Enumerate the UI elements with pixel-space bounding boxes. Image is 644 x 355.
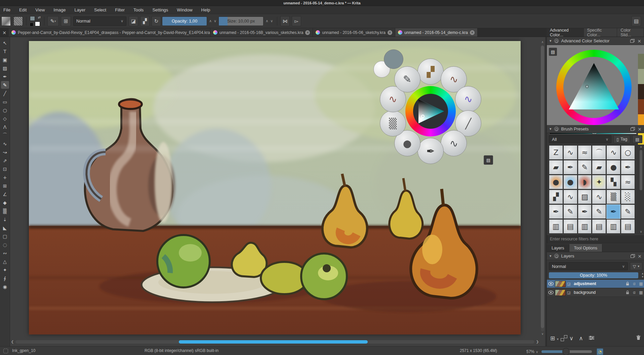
color-history-swatch-1[interactable] (638, 54, 644, 69)
brush-preset-cell-13[interactable]: ● (549, 175, 563, 189)
brush-preset-cell-12[interactable]: ✒ (621, 160, 635, 174)
brush-presets-header[interactable]: ▾ Brush Presets × (547, 125, 644, 133)
zoom-slider[interactable] (541, 350, 592, 353)
mirror-vertical-button[interactable]: ▻ (292, 16, 301, 26)
palette-color-marker[interactable] (421, 115, 425, 118)
dock-tab-color-sliders[interactable]: Color Slid... (617, 28, 644, 37)
zoom-dropdown-icon[interactable]: ∨ (536, 350, 538, 354)
layer-inherit-alpha-icon[interactable]: ▦ (638, 281, 644, 286)
menu-select[interactable]: Select (94, 7, 106, 12)
brush-preset-cell-19[interactable]: ▞ (549, 190, 563, 204)
blend-mode-combo[interactable]: Normal∨ (73, 16, 126, 26)
brush-presets-button[interactable]: ⊞ (61, 16, 71, 26)
layer-filter-button[interactable]: ▽ ▾ (630, 262, 642, 270)
tool-freehand-brush-icon[interactable]: ✎ (1, 81, 9, 89)
brush-preset-cell-10[interactable]: ▰ (592, 160, 606, 174)
color-history-swatch-2[interactable] (638, 69, 644, 84)
brush-preset-cell-5[interactable]: ∿ (606, 145, 620, 160)
brush-preset-cell-14[interactable]: ● (563, 175, 577, 189)
delete-layer-button[interactable] (636, 335, 641, 342)
acs-settings-button[interactable]: ▤ (549, 48, 557, 56)
size-slider[interactable]: Size: 10,00 px (218, 16, 264, 26)
document-tab-2[interactable]: unnamed - 2016-05-16B_various_sketches.k… (210, 28, 313, 37)
scroll-up-icon[interactable]: ∧ (540, 40, 545, 44)
tool-ellipse-icon[interactable]: ○ (1, 106, 9, 114)
collapse-icon[interactable]: ▾ (550, 39, 552, 43)
layer-blend-mode-combo[interactable]: Normal∨ (549, 262, 628, 270)
layer-row-adjustment[interactable]: ◲ adjustment α ▦ (547, 280, 644, 288)
menu-settings[interactable]: Settings (152, 7, 168, 12)
size-spinners[interactable]: ∧∨ (266, 19, 273, 23)
brush-preset-cell-15[interactable]: ◗ (578, 175, 592, 189)
vertical-scrollbar[interactable]: ∧ ∨ (540, 40, 545, 336)
close-docker-icon[interactable]: × (638, 253, 642, 259)
brush-preset-cell-28[interactable]: ✎ (592, 204, 606, 219)
foreground-background-colors[interactable]: ⇄ (30, 16, 41, 26)
menu-layer[interactable]: Layer (74, 7, 85, 12)
layer-properties-button[interactable] (589, 335, 595, 342)
palette-sv-triangle[interactable] (413, 94, 448, 129)
reload-preset-button[interactable]: ↻ (152, 16, 161, 26)
palette-tag-menu-button[interactable]: ▤ (484, 155, 493, 165)
move-layer-down-button[interactable]: ∨ (569, 335, 573, 342)
palette-triangle-area[interactable] (413, 94, 448, 129)
brush-preset-cell-9[interactable]: ✎ (578, 160, 592, 174)
brush-preset-cell-17[interactable]: ▚ (606, 175, 620, 189)
mirror-horizontal-button[interactable]: ⋈ (280, 16, 290, 26)
menu-file[interactable]: File (3, 7, 10, 12)
brush-preset-cell-3[interactable]: ≈ (578, 145, 592, 160)
layer-inherit-alpha-icon[interactable]: ▦ (638, 290, 644, 295)
layer-thumbnail[interactable] (555, 281, 566, 287)
palette-brush-preset-5[interactable]: ∿ (441, 130, 467, 156)
tool-pattern-edit-icon[interactable]: ▨ (1, 64, 9, 72)
resource-filter-input[interactable] (547, 235, 644, 243)
canvas-viewport[interactable]: ▤ ▞∿∿╱∿✒●▒∿✎ ❮ ❯ ∧ ∨ (10, 37, 545, 346)
tool-assistants-icon[interactable]: ◣ (1, 224, 9, 232)
layer-alpha-lock-icon[interactable]: α (631, 290, 638, 295)
pattern-chooser[interactable] (13, 16, 23, 26)
menu-edit[interactable]: Edit (19, 7, 27, 12)
brush-preset-cell-16[interactable]: ✦ (592, 175, 606, 189)
palette-current-color[interactable] (384, 49, 403, 69)
advanced-color-selector-body[interactable]: ▤ (547, 45, 644, 125)
tag-button[interactable]: ▯ Tag (613, 135, 630, 143)
tool-text-icon[interactable]: T (1, 47, 9, 55)
vscroll-thumb[interactable] (541, 46, 544, 328)
menu-help[interactable]: Help (201, 7, 210, 12)
zoom-value[interactable]: 57% (526, 349, 534, 354)
palette-brush-preset-1[interactable]: ▞ (417, 58, 444, 85)
workspace-chooser-button[interactable]: ▤ (632, 16, 641, 26)
tool-select-bezier-icon[interactable]: ∮ (1, 274, 9, 282)
tool-select-shapes-icon[interactable]: ↖ (1, 39, 9, 47)
layer-name[interactable]: background (572, 290, 624, 295)
tool-multibrush-icon[interactable]: ⇗ (1, 157, 9, 164)
menu-filter[interactable]: Filter (115, 7, 125, 12)
brush-preset-cell-32[interactable]: ▤ (563, 219, 577, 233)
brush-preset-cell-1[interactable]: Z (549, 145, 563, 160)
brush-preset-cell-2[interactable]: ∿ (563, 145, 577, 160)
layer-name[interactable]: adjustment (572, 281, 624, 286)
advanced-color-selector-header[interactable]: ▾ Advanced Color Selector × (547, 37, 644, 45)
layer-lock-icon[interactable] (624, 290, 631, 294)
palette-brush-preset-6[interactable]: ✒ (417, 138, 444, 164)
popup-palette[interactable]: ▤ ▞∿∿╱∿✒●▒∿✎ (367, 47, 498, 179)
eraser-mode-button[interactable]: ◪ (129, 16, 138, 26)
bp-scroll-thumb[interactable] (640, 150, 642, 190)
float-docker-icon[interactable] (630, 39, 635, 43)
scroll-up-icon[interactable]: ∧ (639, 145, 643, 149)
brush-preset-cell-11[interactable]: ● (606, 160, 620, 174)
lock-docker-icon[interactable] (554, 127, 559, 131)
brush-preset-cell-33[interactable]: ▥ (578, 219, 592, 233)
tool-gradient-icon[interactable]: ▒ (1, 207, 9, 215)
float-docker-icon[interactable] (631, 254, 635, 258)
layers-docker-header[interactable]: ▾ Layers × (547, 252, 644, 260)
brush-preset-cell-30[interactable]: ✎ (621, 204, 635, 219)
tool-zoom-icon[interactable]: ◉ (1, 283, 9, 290)
collapse-icon[interactable]: ▾ (550, 127, 552, 131)
layer-thumbnail[interactable] (555, 289, 566, 296)
tool-calligraphy-icon[interactable]: ✒ (1, 73, 9, 80)
close-docker-icon[interactable]: × (637, 38, 641, 44)
tool-edit-shapes-icon[interactable]: ▣ (1, 56, 9, 64)
menu-image[interactable]: Image (53, 7, 66, 12)
collapse-icon[interactable]: ▾ (550, 254, 552, 258)
